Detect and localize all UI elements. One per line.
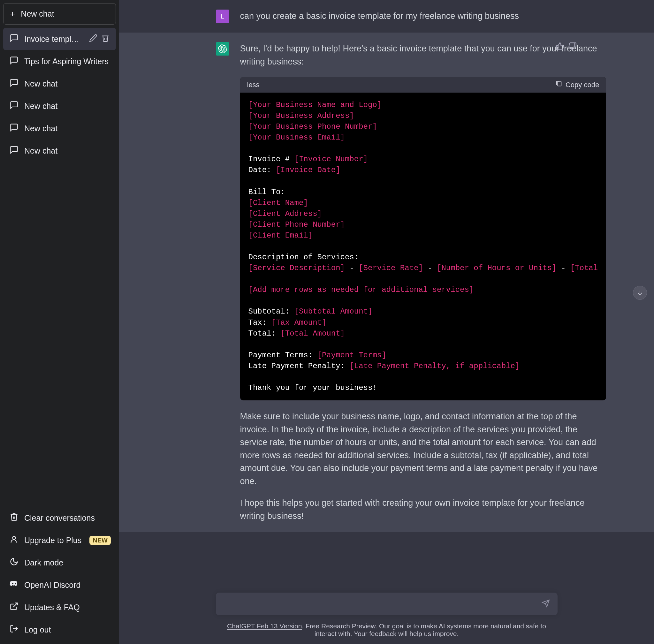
assistant-p3: I hope this helps you get started with c… [240, 497, 606, 522]
svg-rect-3 [558, 82, 561, 86]
logout-icon [9, 624, 19, 635]
discord-icon [9, 579, 19, 590]
sidebar-chat-item[interactable]: New chat [3, 140, 116, 162]
chat-icon [9, 123, 19, 134]
new-chat-button[interactable]: + New chat [3, 3, 116, 25]
chat-area[interactable]: L can you create a basic invoice templat… [119, 0, 654, 580]
faq-label: Updates & FAQ [24, 603, 80, 612]
code-block: less Copy code [Your Business Name and L… [240, 77, 606, 400]
chat-icon [9, 78, 19, 89]
thumbs-up-button[interactable] [556, 42, 564, 52]
faq-button[interactable]: Updates & FAQ [3, 596, 116, 618]
chat-icon [9, 33, 19, 44]
input-area: ChatGPT Feb 13 Version. Free Research Pr… [119, 580, 654, 644]
chat-icon [9, 145, 19, 156]
send-button[interactable] [542, 599, 550, 609]
user-message-text: can you create a basic invoice template … [240, 9, 558, 23]
code-body[interactable]: [Your Business Name and Logo] [Your Busi… [240, 93, 606, 400]
chat-icon [9, 100, 19, 111]
main: L can you create a basic invoice templat… [119, 0, 654, 644]
assistant-intro: Sure, I'd be happy to help! Here's a bas… [240, 42, 606, 68]
assistant-p2: Make sure to include your business name,… [240, 410, 606, 487]
version-link[interactable]: ChatGPT Feb 13 Version [227, 622, 302, 630]
message-input[interactable] [224, 599, 542, 609]
chat-title: New chat [24, 79, 110, 88]
copy-code-button[interactable]: Copy code [555, 79, 599, 90]
sidebar-chat-item[interactable]: Invoice template for fr [3, 28, 116, 50]
sidebar-chat-item[interactable]: New chat [3, 95, 116, 117]
feedback-buttons [556, 42, 577, 52]
svg-point-0 [13, 536, 15, 539]
chat-icon [9, 56, 19, 67]
new-chat-label: New chat [21, 9, 54, 19]
disclaimer-text: . Free Research Preview. Our goal is to … [302, 622, 546, 637]
code-header: less Copy code [240, 77, 606, 93]
discord-label: OpenAI Discord [24, 580, 81, 590]
chat-title: New chat [24, 124, 110, 133]
moon-icon [9, 557, 19, 568]
chat-title: Invoice template for fr [24, 34, 83, 44]
user-initial: L [220, 12, 224, 20]
chat-title: Tips for Aspiring Writers [24, 57, 110, 66]
upgrade-label: Upgrade to Plus [24, 536, 82, 545]
svg-line-1 [14, 603, 18, 607]
new-badge: NEW [89, 536, 111, 545]
logout-label: Log out [24, 625, 51, 635]
sidebar-chat-item[interactable]: New chat [3, 72, 116, 95]
discord-button[interactable]: OpenAI Discord [3, 574, 116, 596]
assistant-avatar [216, 42, 229, 55]
user-icon [9, 535, 19, 546]
scroll-down-button[interactable] [633, 286, 647, 300]
assistant-content: Sure, I'd be happy to help! Here's a bas… [240, 42, 606, 522]
user-message-row: L can you create a basic invoice templat… [119, 0, 654, 32]
plus-icon: + [10, 9, 15, 19]
delete-icon[interactable] [101, 34, 110, 44]
sidebar-footer: Clear conversations Upgrade to Plus NEW … [3, 507, 116, 641]
assistant-message-row: Sure, I'd be happy to help! Here's a bas… [119, 32, 654, 532]
sidebar-divider [3, 504, 116, 504]
code-lang: less [247, 79, 260, 90]
sidebar: + New chat Invoice template for frTips f… [0, 0, 119, 644]
sidebar-chat-item[interactable]: Tips for Aspiring Writers [3, 50, 116, 72]
clipboard-icon [555, 79, 562, 90]
chat-title: New chat [24, 146, 110, 156]
edit-icon[interactable] [89, 34, 97, 44]
copy-label: Copy code [566, 79, 599, 90]
logout-button[interactable]: Log out [3, 618, 116, 641]
upgrade-button[interactable]: Upgrade to Plus NEW [3, 529, 116, 551]
trash-icon [9, 512, 19, 523]
dark-label: Dark mode [24, 558, 63, 567]
chat-title: New chat [24, 101, 110, 111]
clear-conversations-button[interactable]: Clear conversations [3, 507, 116, 529]
message-input-box[interactable] [216, 593, 558, 615]
thumbs-down-button[interactable] [568, 42, 577, 52]
sidebar-chat-item[interactable]: New chat [3, 117, 116, 140]
dark-mode-button[interactable]: Dark mode [3, 551, 116, 574]
chat-list: Invoice template for frTips for Aspiring… [3, 28, 116, 501]
user-avatar: L [216, 9, 229, 23]
clear-label: Clear conversations [24, 513, 95, 523]
external-link-icon [9, 602, 19, 613]
disclaimer: ChatGPT Feb 13 Version. Free Research Pr… [216, 622, 558, 638]
